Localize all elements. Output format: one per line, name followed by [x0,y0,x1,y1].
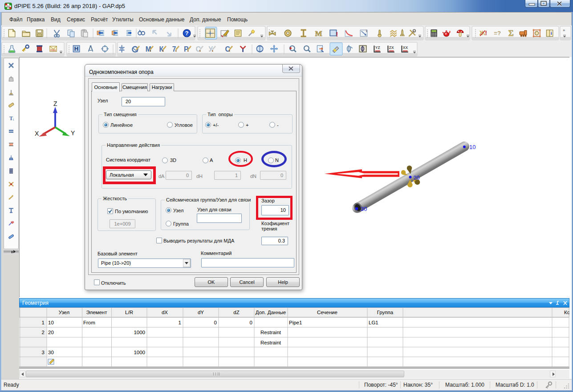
svg-text:i: i [551,30,552,36]
svg-text:1: 1 [179,320,181,325]
svg-text:!: ! [336,31,338,38]
svg-text:10: 10 [48,320,54,325]
svg-text:dY: dY [198,310,204,315]
svg-text:20: 20 [48,330,54,335]
svg-text:?: ? [185,30,189,36]
svg-text:dX: dX [162,310,168,315]
svg-text:3: 3 [42,350,45,355]
svg-text:1: 1 [366,29,367,33]
svg-text:Z: Z [53,100,57,107]
svg-text:Доп. Данные: Доп. Данные [256,310,286,315]
svg-text:1: 1 [42,320,45,325]
svg-text:H: H [74,45,79,52]
svg-text:0: 0 [214,320,217,325]
svg-text:!: ! [485,29,487,36]
svg-text:LG1: LG1 [369,320,378,325]
svg-text:YZ: YZ [375,45,380,50]
svg-text:M: M [315,29,322,38]
svg-text:L/R: L/R [125,310,133,315]
svg-text:dZ: dZ [233,310,239,315]
svg-text:7: 7 [172,45,176,53]
svg-text:Restraint: Restraint [260,330,281,335]
svg-text:Узел: Узел [59,310,70,315]
svg-text:2: 2 [42,330,45,335]
svg-text:20: 20 [413,174,419,181]
svg-text:Pipe1: Pipe1 [289,320,302,325]
svg-text:T: T [9,115,13,121]
svg-text:Y: Y [71,129,75,137]
svg-text:Σ: Σ [508,29,514,38]
svg-text:Группа: Группа [377,310,394,315]
svg-text:1000: 1000 [134,330,145,335]
svg-text:Сечение: Сечение [317,310,337,315]
svg-text:PMN: PMN [51,49,56,52]
svg-text:t: t [13,117,14,121]
svg-text:0: 0 [250,320,252,325]
svg-text:X: X [35,130,39,137]
svg-text:1000: 1000 [134,350,145,355]
svg-text:=?: =? [494,30,501,36]
svg-text:ZX: ZX [389,45,394,50]
svg-text:»: » [563,28,565,32]
svg-text:From: From [83,320,95,325]
svg-text:XX: XX [403,45,408,50]
svg-text:10: 10 [469,144,475,150]
svg-text:30: 30 [361,206,367,212]
svg-text:30: 30 [48,350,54,355]
svg-text:Restraint: Restraint [260,340,281,345]
svg-text:Элемент: Элемент [86,310,108,315]
svg-text:dp: dp [7,5,10,8]
svg-text:Кс: Кс [564,310,569,315]
